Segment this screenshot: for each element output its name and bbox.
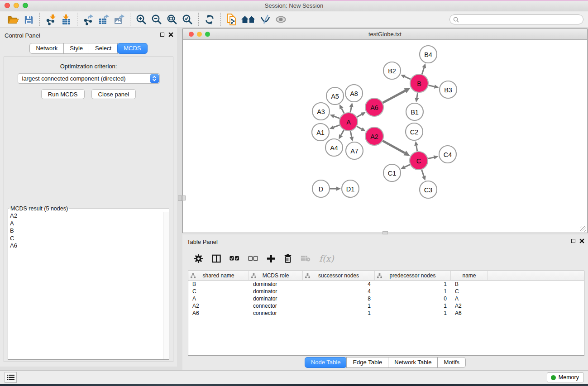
table-cell: B bbox=[188, 281, 249, 287]
table-row[interactable]: Bdominator41B bbox=[188, 281, 584, 288]
hide-details-button[interactable] bbox=[258, 12, 273, 27]
close-panel-icon[interactable] bbox=[168, 32, 173, 37]
column-header[interactable]: successor nodes bbox=[303, 271, 375, 280]
criterion-select[interactable]: largest connected component (directed) bbox=[18, 73, 160, 84]
graph-edge-A-A8[interactable] bbox=[350, 107, 351, 112]
graph-node-label: A1 bbox=[316, 129, 325, 136]
table-row[interactable]: A2connector11A2 bbox=[188, 302, 584, 310]
close-table-panel-icon[interactable] bbox=[579, 238, 584, 243]
graph-edge-A-A3[interactable] bbox=[334, 116, 339, 119]
column-header[interactable]: predecessor nodes bbox=[375, 271, 451, 280]
graph-edge-arrowhead bbox=[349, 137, 354, 142]
graph-edge-A2-C[interactable] bbox=[382, 141, 405, 153]
export-network-button[interactable] bbox=[81, 12, 96, 27]
function-builder-button[interactable]: f(x) bbox=[319, 253, 334, 263]
graph-edge-C-C4[interactable] bbox=[428, 157, 434, 159]
graph-edge-A-A1[interactable] bbox=[334, 125, 339, 127]
graph-edge-A-A7[interactable] bbox=[350, 131, 352, 137]
add-column-button[interactable] bbox=[267, 254, 275, 263]
delete-column-button[interactable] bbox=[284, 254, 292, 263]
result-item[interactable]: A2 bbox=[10, 212, 163, 220]
search-box bbox=[449, 14, 583, 24]
minimize-view-button[interactable] bbox=[197, 32, 202, 37]
select-all-button[interactable] bbox=[229, 256, 239, 261]
column-header[interactable]: shared name bbox=[188, 271, 249, 280]
graph-edge-B-B3[interactable] bbox=[429, 85, 435, 86]
table-cell: 4 bbox=[303, 288, 375, 295]
column-header[interactable]: name bbox=[451, 271, 488, 280]
tab-node-table[interactable]: Node Table bbox=[305, 357, 347, 368]
zoom-selected-button[interactable] bbox=[180, 12, 195, 27]
network-window-controls bbox=[189, 32, 210, 37]
toolbar-separator bbox=[130, 13, 130, 26]
float-panel-icon[interactable] bbox=[160, 33, 164, 37]
graph-edge-C-C2[interactable] bbox=[416, 146, 417, 152]
apply-layout-button[interactable] bbox=[202, 12, 217, 27]
graph-edge-C-C1[interactable] bbox=[405, 165, 410, 167]
close-panel-button[interactable]: Close panel bbox=[91, 89, 136, 99]
open-session-button[interactable] bbox=[5, 12, 21, 27]
result-item[interactable]: B bbox=[10, 227, 163, 235]
split-handle-horizontal[interactable] bbox=[382, 231, 388, 234]
graph-edge-B-B2[interactable] bbox=[405, 76, 411, 79]
column-view-button[interactable] bbox=[212, 254, 221, 263]
first-neighbors-button[interactable] bbox=[239, 12, 258, 27]
import-network-button[interactable] bbox=[43, 12, 58, 27]
table-settings-button[interactable] bbox=[194, 254, 203, 263]
graph-edge-A-A6[interactable] bbox=[357, 114, 362, 117]
save-session-button[interactable] bbox=[21, 12, 36, 27]
graph-edge-A-A5[interactable] bbox=[341, 108, 344, 113]
window-resize-grip[interactable] bbox=[580, 226, 586, 232]
close-view-button[interactable] bbox=[189, 32, 194, 37]
tab-select[interactable]: Select bbox=[89, 43, 118, 54]
table-cell: B bbox=[451, 281, 488, 287]
tab-network[interactable]: Network bbox=[29, 43, 64, 54]
table-row[interactable]: A6connector11A6 bbox=[188, 310, 584, 317]
table-row[interactable]: Cdominator41C bbox=[188, 288, 584, 295]
show-details-button[interactable] bbox=[273, 12, 288, 27]
zoom-out-button[interactable] bbox=[149, 12, 164, 27]
graph-edge-A6-B[interactable] bbox=[383, 91, 406, 103]
clone-network-icon bbox=[226, 14, 237, 26]
mcds-result-list: A2ABCA6 bbox=[8, 212, 163, 359]
tab-edge-table[interactable]: Edge Table bbox=[346, 357, 388, 368]
zoom-view-button[interactable] bbox=[205, 32, 210, 37]
canvas-scroll-nub[interactable] bbox=[182, 195, 186, 200]
tab-mcds[interactable]: MCDS bbox=[117, 43, 147, 54]
result-item[interactable]: A bbox=[10, 220, 163, 228]
network-graph: AA1A2A3A4A5A6A7A8BB1B2B3B4CC1C2C3C4DD1 bbox=[183, 40, 587, 233]
save-icon bbox=[24, 14, 34, 25]
zoom-in-button[interactable] bbox=[134, 12, 149, 27]
split-handle-vertical[interactable] bbox=[178, 195, 182, 201]
run-mcds-button[interactable]: Run MCDS bbox=[41, 89, 85, 99]
result-item[interactable]: C bbox=[10, 235, 163, 243]
memory-button[interactable]: Memory bbox=[547, 372, 584, 382]
show-task-history-button[interactable] bbox=[5, 372, 17, 383]
graph-edge-arrowhead bbox=[422, 176, 426, 181]
search-input[interactable] bbox=[461, 15, 583, 24]
graph-edge-B-B4[interactable] bbox=[422, 68, 424, 74]
tab-style[interactable]: Style bbox=[63, 43, 89, 54]
result-scrollbar[interactable] bbox=[163, 212, 169, 359]
export-image-button[interactable] bbox=[111, 12, 127, 27]
column-header[interactable]: MCDS role bbox=[249, 271, 303, 280]
table-panel-header: Table Panel bbox=[182, 234, 588, 248]
delete-table-button[interactable] bbox=[301, 255, 311, 262]
clone-network-button[interactable] bbox=[224, 12, 239, 27]
graph-edge-A-A4[interactable] bbox=[341, 130, 344, 135]
result-item[interactable]: A6 bbox=[10, 242, 163, 250]
tab-network-table[interactable]: Network Table bbox=[388, 357, 438, 368]
export-table-button[interactable] bbox=[96, 12, 111, 27]
table-cell: A6 bbox=[188, 310, 249, 316]
graph-edge-A-A2[interactable] bbox=[357, 126, 362, 129]
float-table-panel-icon[interactable] bbox=[571, 239, 575, 243]
table-row[interactable]: Adominator80A bbox=[188, 295, 584, 302]
graph-node-label: A3 bbox=[317, 108, 325, 115]
graph-edge-C-C3[interactable] bbox=[422, 170, 424, 176]
zoom-fit-button[interactable] bbox=[164, 12, 180, 27]
tab-motifs[interactable]: Motifs bbox=[437, 357, 466, 368]
graph-edge-B-B1[interactable] bbox=[417, 93, 418, 98]
import-table-button[interactable] bbox=[58, 12, 74, 27]
network-canvas[interactable]: AA1A2A3A4A5A6A7A8BB1B2B3B4CC1C2C3C4DD1 bbox=[183, 40, 587, 233]
clear-selection-button[interactable] bbox=[248, 256, 258, 261]
